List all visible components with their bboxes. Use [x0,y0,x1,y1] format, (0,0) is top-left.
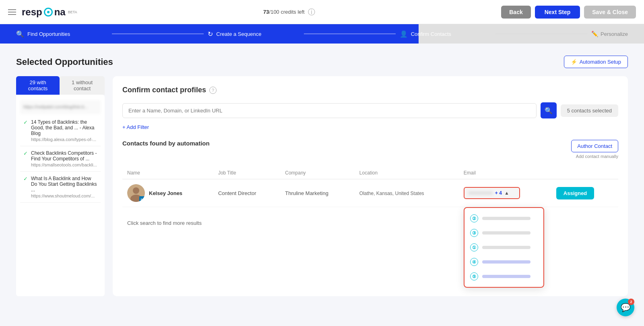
logo: resp na BETA [22,6,77,18]
email-item-bar [482,260,530,264]
find-icon: 🔍 [16,30,24,38]
back-button[interactable]: Back [501,6,530,19]
email-option-5[interactable]: ⑤ [464,269,543,284]
left-panel: 29 with contacts 1 without contact https… [16,76,105,296]
email-item-bar [482,231,530,235]
credits-used: 73/100 credits left [263,9,305,15]
contact-company: Thruline Marketing [285,190,328,196]
logo-text-resp: resp [22,6,42,18]
opp-url: https://www.shoutmeloud.com/... [31,193,97,198]
email-cell: + 4 ▲ ② ③ [459,179,551,207]
logo-beta: BETA [68,10,77,14]
email-num-badge: ① [470,243,478,251]
help-icon[interactable]: ? [209,87,217,94]
email-option-2[interactable]: ③ [464,226,543,240]
sequence-icon: ↻ [208,30,213,38]
progress-step-sequence[interactable]: ↻ Create a Sequence [208,30,299,38]
content-layout: 29 with contacts 1 without contact https… [16,76,628,296]
author-contact-wrap: Author Contact Add contact manually [571,140,618,159]
assigned-button[interactable]: Assigned [556,187,594,199]
main-content: Selected Opportunities ⚡ Automation Setu… [0,44,644,308]
email-option-1[interactable]: ② [464,211,543,226]
linkedin-badge: in [139,196,145,202]
personalize-label: Personalize [601,31,628,37]
email-selector[interactable]: + 4 ▲ [464,187,520,199]
contacts-table: Name Job Title Company Location Email [122,167,618,231]
contact-name: Kelsey Jones [149,190,182,196]
sequence-label: Create a Sequence [216,31,261,37]
topbar-actions: Back Next Step Save & Close [501,6,636,19]
email-dropdown: ② ③ ① [464,207,544,288]
confirm-title: Confirm contact profiles [122,86,206,94]
progress-step-confirm[interactable]: 👤 Confirm Contacts [400,30,491,38]
contact-job-title: Content Director [218,190,256,196]
personalize-icon: ✏️ [591,31,598,37]
hamburger-menu[interactable] [8,9,16,15]
email-num-badge: ⑤ [470,272,478,280]
progress-bar: 🔍 Find Opportunities ↻ Create a Sequence… [0,24,644,44]
save-close-button[interactable]: Save & Close [584,6,636,19]
opp-title: What Is A Backlink and How Do You Start … [31,176,97,193]
list-item: https://neilpatel.com/blog/link-b... [20,100,101,114]
section-header: Selected Opportunities ⚡ Automation Setu… [16,56,628,68]
progress-line-2 [304,33,396,34]
topbar-left: resp na BETA [8,6,77,18]
email-item-bar [482,246,530,249]
automation-label: Automation Setup [580,59,621,65]
progress-line-3 [495,33,587,34]
chat-badge: 2 [628,299,634,305]
tab-without-contact[interactable]: 1 without contact [60,76,105,95]
contacts-section-header: Contacts found by automation Author Cont… [122,140,618,159]
col-action [551,167,618,179]
page-title: Selected Opportunities [16,57,113,67]
search-row: 🔍 5 contacts selected [122,102,618,118]
opp-url: https://smallseotools.com/backli... [31,162,97,167]
avatar: in [127,184,145,202]
check-icon: ✓ [23,119,28,125]
tab-with-contacts[interactable]: 29 with contacts [16,76,60,95]
author-contact-button[interactable]: Author Contact [571,140,618,152]
contacts-selected-badge: 5 contacts selected [561,104,618,117]
search-input[interactable] [122,103,537,118]
credits-info-icon[interactable]: ⓘ [308,7,315,17]
opp-url: https://blog.alexa.com/types-of-... [31,137,97,142]
topbar: resp na BETA 73/100 credits left ⓘ Back … [0,0,644,24]
col-company: Company [280,167,355,179]
email-item-bar [482,275,530,278]
automation-icon: ⚡ [571,59,577,65]
logo-o-icon [44,8,53,17]
email-option-3[interactable]: ① [464,240,543,255]
email-num-badge: ③ [470,229,478,237]
contact-location: Olathe, Kansas, United States [359,191,424,196]
find-label: Find Opportunities [27,31,70,37]
search-button[interactable]: 🔍 [541,102,557,118]
email-item-bar [482,217,530,220]
opportunities-list: https://neilpatel.com/blog/link-b... ✓ 1… [16,95,105,296]
contacts-found-title: Contacts found by automation [122,140,210,147]
progress-step-personalize[interactable]: ✏️ Personalize [591,31,628,37]
list-item[interactable]: ✓ Check Backlinks Competitors - Find You… [20,146,101,172]
confirm-icon: 👤 [400,30,408,38]
next-step-button[interactable]: Next Step [535,6,580,19]
logo-text-na: na [54,6,66,18]
table-row: in Kelsey Jones Content Director Thrulin… [122,179,618,207]
list-item[interactable]: ✓ 14 Types of Backlinks: the Good, the B… [20,115,101,146]
add-contact-manually-label: Add contact manually [571,154,618,159]
col-name: Name [122,167,213,179]
tabs-row: 29 with contacts 1 without contact [16,76,105,95]
progress-line-1 [112,33,204,34]
svg-point-1 [133,187,139,194]
email-num-badge: ② [470,214,478,222]
opp-title: 14 Types of Backlinks: the Good, the Bad… [31,119,97,136]
list-item[interactable]: ✓ What Is A Backlink and How Do You Star… [20,172,101,203]
email-option-4[interactable]: ④ [464,255,543,269]
opp-title: Check Backlinks Competitors - Find Your … [31,150,97,162]
add-filter-button[interactable]: + Add Filter [122,124,618,130]
email-num-badge: ④ [470,258,478,266]
search-input-wrap [122,103,537,118]
progress-step-find[interactable]: 🔍 Find Opportunities [16,30,108,38]
automation-setup-button[interactable]: ⚡ Automation Setup [564,56,628,68]
check-icon: ✓ [23,176,28,182]
col-location: Location [355,167,459,179]
email-count: + 4 [495,190,502,196]
